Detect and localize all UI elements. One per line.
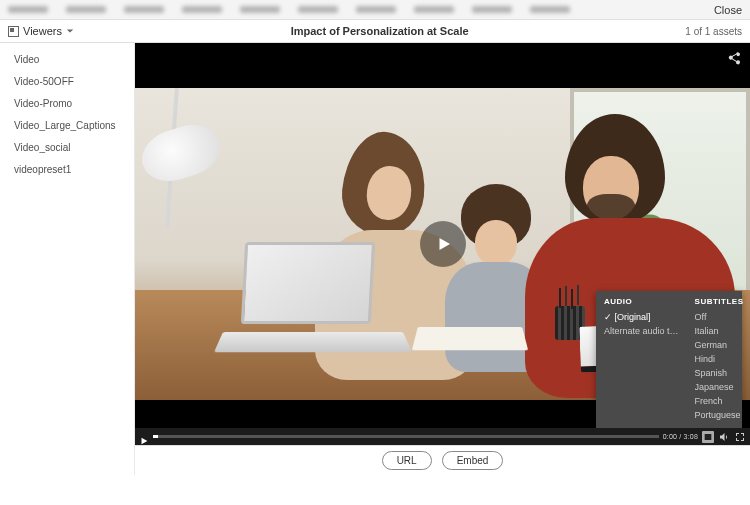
- play-icon: [435, 235, 453, 253]
- share-icon[interactable]: [726, 51, 742, 67]
- embed-button[interactable]: Embed: [442, 451, 504, 470]
- preset-item[interactable]: Video-50OFF: [0, 71, 134, 93]
- play-overlay-button[interactable]: [420, 221, 466, 267]
- asset-count: 1 of 1 assets: [685, 26, 742, 37]
- preset-item[interactable]: Video: [0, 49, 134, 71]
- app-topbar: Close: [0, 0, 750, 20]
- subtitle-option[interactable]: Hindi: [695, 352, 744, 366]
- subtitle-option[interactable]: Italian: [695, 324, 744, 338]
- video-viewer: AUDIO [Original] Alternate audio t… SUBT…: [135, 43, 750, 475]
- subtitle-option[interactable]: Portuguese: [695, 408, 744, 422]
- chevron-down-icon: [66, 27, 74, 35]
- preset-item[interactable]: videopreset1: [0, 159, 134, 181]
- detail-subbar: Viewers Impact of Personalization at Sca…: [0, 20, 750, 43]
- volume-icon[interactable]: [718, 431, 730, 443]
- viewers-dropdown[interactable]: Viewers: [8, 25, 74, 37]
- subtitle-option[interactable]: French: [695, 394, 744, 408]
- url-button[interactable]: URL: [382, 451, 432, 470]
- subtitle-option[interactable]: Spanish: [695, 366, 744, 380]
- captions-popup: AUDIO [Original] Alternate audio t… SUBT…: [596, 291, 742, 428]
- close-button[interactable]: Close: [714, 4, 742, 16]
- audio-option[interactable]: [Original]: [604, 310, 679, 324]
- asset-title: Impact of Personalization at Scale: [74, 25, 685, 37]
- subtitle-option[interactable]: Japanese: [695, 380, 744, 394]
- subtitle-option[interactable]: German: [695, 338, 744, 352]
- video-controls: 0:00 / 3:08: [135, 428, 750, 445]
- play-button[interactable]: [139, 432, 149, 442]
- preset-item[interactable]: Video-Promo: [0, 93, 134, 115]
- subtitle-option[interactable]: Off: [695, 310, 744, 324]
- viewer-footer: URL Embed: [135, 445, 750, 475]
- play-icon: [139, 436, 149, 446]
- audio-option[interactable]: Alternate audio t…: [604, 324, 679, 338]
- captions-icon[interactable]: [702, 431, 714, 443]
- time-display: 0:00 / 3:08: [663, 433, 698, 440]
- video-stage: AUDIO [Original] Alternate audio t… SUBT…: [135, 43, 750, 445]
- preset-item[interactable]: Video_Large_Captions: [0, 115, 134, 137]
- viewers-label: Viewers: [23, 25, 62, 37]
- seek-track[interactable]: [153, 435, 659, 438]
- preset-item[interactable]: Video_social: [0, 137, 134, 159]
- viewers-icon: [8, 26, 19, 37]
- preset-sidebar: Video Video-50OFF Video-Promo Video_Larg…: [0, 43, 135, 475]
- audio-header: AUDIO: [604, 297, 679, 306]
- subs-header: SUBTITLES: [695, 297, 744, 306]
- fullscreen-icon[interactable]: [734, 431, 746, 443]
- topbar-blurred-tools: [8, 6, 714, 13]
